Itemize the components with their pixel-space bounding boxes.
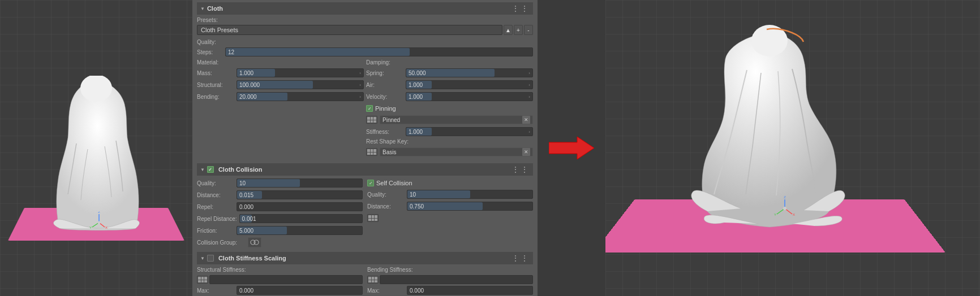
basis-clear-btn[interactable]: ✕: [522, 148, 530, 156]
structural-field[interactable]: 100.000 ›: [237, 80, 364, 89]
mass-label: Mass:: [197, 70, 237, 76]
coll-quality-label: Quality:: [197, 180, 237, 186]
quality-row: Quality:: [197, 37, 533, 47]
presets-up-btn[interactable]: ▲: [504, 25, 513, 35]
stiffness-label: Stiffness:: [366, 129, 406, 135]
damping-label: Damping:: [366, 59, 533, 66]
right-viewport: Z X Y: [605, 0, 980, 296]
self-quality-field[interactable]: 10: [407, 190, 533, 199]
distance-field[interactable]: 0.015: [237, 190, 363, 199]
pinning-checkbox[interactable]: ✓: [366, 105, 373, 112]
axis-widget-left: Z X Y: [88, 211, 110, 234]
air-field[interactable]: 1.000 ›: [406, 80, 533, 89]
material-label: Material:: [197, 59, 364, 66]
friction-field[interactable]: 5.000: [237, 226, 363, 235]
stiffness-icon: [207, 255, 214, 262]
mass-field[interactable]: 1.000 ›: [237, 68, 364, 77]
svg-text:Y: Y: [774, 213, 776, 216]
svg-text:Z: Z: [784, 196, 786, 199]
presets-remove-btn[interactable]: -: [524, 25, 533, 35]
stiffness-section-header[interactable]: ▼ Cloth Stiffness Scaling ⋮⋮: [197, 252, 533, 264]
steps-field[interactable]: 12: [225, 47, 533, 56]
pinned-field[interactable]: Pinned ✕: [380, 115, 533, 124]
collision-props: Quality: 10 Distance: 0.015 Repel:: [197, 178, 533, 236]
collision-group-field[interactable]: [248, 237, 261, 247]
collision-section-title: Cloth Collision: [218, 166, 263, 173]
repel-label: Repel:: [197, 204, 237, 210]
structural-stiffness-icon: [197, 276, 208, 284]
bending-row: Bending: 20.000 ›: [197, 92, 364, 102]
friction-row: Friction: 5.000: [197, 225, 363, 236]
repel-dist-label: Repel Distance:: [197, 216, 239, 222]
stiffness-section-title: Cloth Stiffness Scaling: [218, 255, 286, 262]
friction-label: Friction:: [197, 228, 237, 234]
svg-point-0: [80, 76, 112, 102]
structural-stiffness-label: Structural Stiffness:: [197, 267, 363, 273]
svg-point-4: [98, 221, 101, 224]
collision-group-row: Collision Group:: [197, 237, 533, 247]
cloth-right-col: Damping: Spring: 50.000 › Air: 1.000 ›: [366, 59, 533, 158]
steps-row: Steps: 12: [197, 47, 533, 56]
structural-max-label: Max:: [197, 288, 237, 294]
arrow-icon: [549, 134, 594, 162]
cloth-left-col: Material: Mass: 1.000 › Structural: 100.…: [197, 59, 364, 158]
structural-max-row: Max: 0.000: [197, 285, 363, 295]
stiffness-section: ▼ Cloth Stiffness Scaling ⋮⋮ Structural …: [192, 250, 538, 296]
svg-point-9: [254, 240, 259, 245]
svg-point-15: [783, 207, 786, 210]
velocity-row: Velocity: 1.000 ›: [366, 92, 533, 102]
svg-marker-10: [549, 137, 594, 159]
coll-quality-field[interactable]: 10: [237, 179, 363, 188]
rest-shape-key-label: Rest Shape Key:: [366, 138, 533, 145]
structural-max-field[interactable]: 0.000: [237, 286, 363, 295]
bending-max-row: Max: 0.000: [367, 285, 533, 295]
pinned-row: Pinned ✕: [366, 115, 533, 125]
self-quality-label: Quality:: [367, 191, 407, 198]
bending-field[interactable]: 20.000 ›: [237, 92, 364, 101]
cloth-section-header[interactable]: ▼ Cloth ⋮⋮: [197, 2, 533, 15]
stiffness-right-col: Bending Stiffness: Max: 0.000: [367, 267, 533, 296]
steps-label: Steps:: [197, 49, 225, 55]
spring-row: Spring: 50.000 ›: [366, 68, 533, 78]
collision-section-header[interactable]: ▼ ✓ Cloth Collision ⋮⋮: [197, 163, 533, 176]
structural-stiffness-field[interactable]: [209, 275, 363, 284]
self-distance-field[interactable]: 0.750: [407, 202, 533, 211]
self-distance-row: Distance: 0.750: [367, 201, 533, 211]
pinned-clear-btn[interactable]: ✕: [522, 116, 530, 124]
collapse-triangle-stiffness-icon: ▼: [200, 256, 205, 261]
air-label: Air:: [366, 82, 406, 88]
structural-label: Structural:: [197, 82, 237, 88]
presets-row: Presets:: [197, 17, 533, 23]
collapse-triangle-icon: ▼: [200, 6, 205, 11]
stiffness-row: Stiffness: 1.000 ›: [366, 127, 533, 137]
stiffness-field[interactable]: 1.000 ›: [406, 127, 533, 136]
collision-enabled-checkbox[interactable]: ✓: [207, 166, 214, 173]
repel-dist-field[interactable]: 0.001: [239, 214, 363, 223]
basis-row: Basis ✕: [366, 147, 533, 157]
presets-add-btn[interactable]: +: [514, 25, 523, 35]
cloth-main-props: Material: Mass: 1.000 › Structural: 100.…: [197, 58, 533, 159]
self-collision-label: Self Collision: [376, 180, 412, 186]
velocity-field[interactable]: 1.000 ›: [406, 92, 533, 101]
properties-panel: ▼ Cloth ⋮⋮ Presets: Cloth Presets ▲ + - …: [192, 0, 538, 296]
collision-left-col: Quality: 10 Distance: 0.015 Repel:: [197, 178, 363, 236]
air-row: Air: 1.000 ›: [366, 80, 533, 90]
bending-stiffness-field[interactable]: [380, 275, 533, 284]
collision-section: ▼ ✓ Cloth Collision ⋮⋮ Quality: 10 Dista…: [192, 161, 538, 250]
pinning-label: Pinning: [375, 105, 396, 112]
stiffness-left-col: Structural Stiffness: Max: 0.000: [197, 267, 363, 296]
cloth-figure-left: [48, 76, 144, 234]
collapse-triangle-collision-icon: ▼: [200, 167, 205, 172]
bending-max-field[interactable]: 0.000: [407, 286, 533, 295]
pinned-icon: [366, 116, 377, 124]
stiffness-menu-icon: ⋮⋮: [512, 254, 530, 263]
axis-widget-right: Z X Y: [772, 196, 798, 223]
basis-field[interactable]: Basis ✕: [380, 147, 533, 156]
repel-row: Repel: 0.000: [197, 202, 363, 212]
repel-field[interactable]: 0.000: [237, 202, 363, 211]
presets-input[interactable]: Cloth Presets: [197, 25, 502, 35]
basis-icon: [366, 148, 377, 156]
spring-field[interactable]: 50.000 ›: [406, 68, 533, 77]
self-collision-checkbox[interactable]: ✓: [367, 180, 374, 186]
svg-text:Z: Z: [98, 211, 100, 214]
